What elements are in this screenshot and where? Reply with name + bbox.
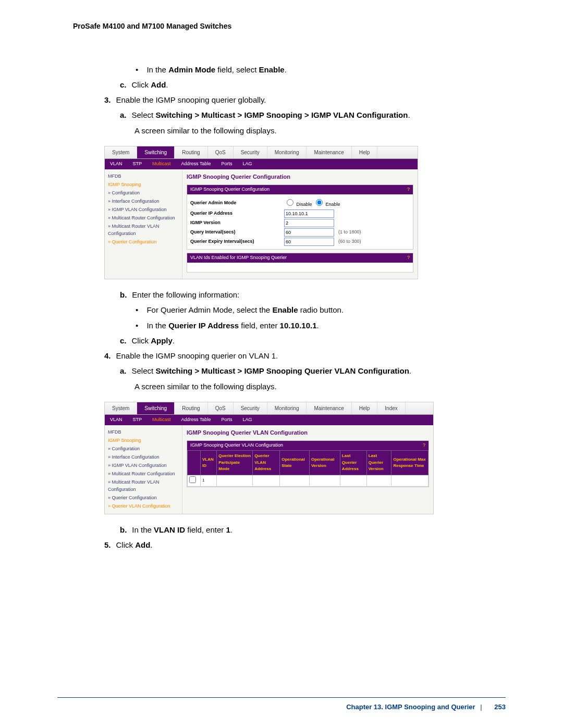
- screenshot-querier-vlan: System Switching Routing QoS Security Mo…: [104, 402, 434, 514]
- footer-chapter: Chapter 13. IGMP Snooping and Querier: [346, 703, 475, 711]
- nav-mrouter-vlan[interactable]: » Multicast Router VLAN Configuration: [107, 223, 180, 238]
- subtab-lag[interactable]: LAG: [237, 159, 257, 169]
- screenshot-querier-config: System Switching Routing QoS Security Mo…: [104, 146, 418, 279]
- col-last-ver: Last Querier Version: [366, 451, 391, 475]
- cell-vlan-id[interactable]: 1: [201, 475, 217, 486]
- bullet-qam: For Querier Admin Mode, select the Enabl…: [136, 304, 506, 316]
- col-op-state: Operational State: [280, 451, 310, 475]
- subtab-addr[interactable]: Address Table: [176, 415, 216, 425]
- tab-index[interactable]: Index: [377, 402, 405, 415]
- subtab-multicast[interactable]: Multicast: [147, 415, 176, 425]
- subtab-lag[interactable]: LAG: [237, 415, 257, 425]
- tab-routing[interactable]: Routing: [175, 146, 207, 159]
- label-expiry: Querier Expiry Interval(secs): [190, 238, 284, 245]
- input-ip[interactable]: [284, 209, 334, 218]
- nav-mrouter-vlan[interactable]: » Multicast Router VLAN Configuration: [107, 478, 180, 494]
- nav-iface[interactable]: » Interface Configuration: [107, 198, 180, 206]
- subtab-stp[interactable]: STP: [128, 159, 148, 169]
- nav-iface[interactable]: » Interface Configuration: [107, 453, 180, 462]
- panel1-title: IGMP Snooping Querier Configuration: [190, 186, 270, 193]
- step-4: 4.Enable the IGMP snooping querier on VL…: [104, 350, 506, 362]
- tab-help[interactable]: Help: [352, 146, 378, 159]
- step-5: 5.Click Add.: [104, 539, 506, 551]
- col-election: Querier Election Participate Mode: [217, 451, 253, 475]
- nav-igmp-vlan[interactable]: » IGMP VLAN Configuration: [107, 206, 180, 214]
- bullet-qip: In the Querier IP Address field, enter 1…: [136, 319, 506, 331]
- input-interval[interactable]: [284, 228, 334, 237]
- step-4a-after: A screen similar to the following displa…: [134, 380, 506, 392]
- hint-expiry: (60 to 300): [338, 238, 361, 245]
- subtab-multicast[interactable]: Multicast: [147, 159, 176, 169]
- nav-config[interactable]: » Configuration: [107, 445, 180, 453]
- help-icon[interactable]: ?: [423, 442, 425, 449]
- page-header: ProSafe M4100 and M7100 Managed Switches: [73, 21, 506, 32]
- step-3: 3.Enable the IGMP snooping querier globa…: [104, 94, 506, 106]
- input-expiry[interactable]: [284, 238, 334, 246]
- subtab-ports[interactable]: Ports: [216, 415, 237, 425]
- nav-config[interactable]: » Configuration: [107, 189, 180, 198]
- nav-querier[interactable]: » Querier Configuration: [107, 238, 180, 246]
- nav-mfdb[interactable]: MFDB: [107, 172, 180, 181]
- help-icon[interactable]: ?: [407, 186, 410, 193]
- nav-mrouter[interactable]: » Multicast Router Configuration: [107, 214, 180, 223]
- tab-system[interactable]: System: [105, 146, 137, 159]
- panel2-title: VLAN Ids Enabled for IGMP Snooping Queri…: [190, 254, 287, 262]
- subtab-addr[interactable]: Address Table: [176, 159, 216, 169]
- step-4a: a.Select Switching > Multicast > IGMP Sn…: [120, 365, 506, 377]
- col-check: [188, 451, 201, 475]
- nav-mfdb[interactable]: MFDB: [107, 428, 180, 437]
- nav-querier[interactable]: » Querier Configuration: [107, 494, 180, 502]
- tab-qos[interactable]: QoS: [208, 402, 234, 415]
- subtab-ports[interactable]: Ports: [216, 159, 237, 169]
- step-3a-after: A screen similar to the following displa…: [134, 125, 506, 137]
- step-3a: a.Select Switching > Multicast > IGMP Sn…: [120, 109, 506, 121]
- input-version[interactable]: [284, 219, 334, 227]
- label-ip: Querier IP Address: [190, 210, 284, 217]
- label-admin-mode: Querier Admin Mode: [190, 200, 284, 207]
- nav-mrouter[interactable]: » Multicast Router Configuration: [107, 470, 180, 478]
- tab-monitoring[interactable]: Monitoring: [267, 146, 307, 159]
- step-3b: b.Enter the following information:: [120, 289, 506, 301]
- top-tabs: System Switching Routing QoS Security Mo…: [105, 146, 418, 159]
- vlan-table: VLAN ID Querier Election Participate Mod…: [187, 450, 429, 487]
- col-op-ver: Operational Version: [309, 451, 340, 475]
- tab-routing[interactable]: Routing: [175, 402, 207, 415]
- content-title2: IGMP Snooping Querier VLAN Configuration: [187, 428, 429, 437]
- nav-igmp-vlan[interactable]: » IGMP VLAN Configuration: [107, 462, 180, 470]
- col-vlan-id: VLAN ID: [201, 451, 217, 475]
- tab-switching[interactable]: Switching: [137, 402, 175, 415]
- subtabs2: VLAN STP Multicast Address Table Ports L…: [105, 415, 433, 425]
- radio-enable[interactable]: Enable: [313, 198, 340, 208]
- nav-querier-vlan[interactable]: » Querier VLAN Configuration: [107, 502, 180, 511]
- table-row[interactable]: 1: [188, 475, 429, 486]
- subtab-vlan[interactable]: VLAN: [105, 159, 128, 169]
- tab-help[interactable]: Help: [352, 402, 378, 415]
- side-nav2: MFDB IGMP Snooping » Configuration » Int…: [105, 425, 182, 513]
- tab-maintenance[interactable]: Maintenance: [307, 402, 351, 415]
- subtabs: VLAN STP Multicast Address Table Ports L…: [105, 159, 418, 169]
- col-qvlan-addr: Querier VLAN Address: [253, 451, 280, 475]
- label-interval: Query Interval(secs): [190, 229, 284, 236]
- tab-security[interactable]: Security: [234, 146, 267, 159]
- help-icon[interactable]: ?: [407, 254, 410, 262]
- step-3c: c.Click Apply.: [120, 335, 506, 347]
- footer-page: 253: [494, 703, 506, 711]
- tab-system[interactable]: System: [105, 402, 137, 415]
- nav-igmp-snooping[interactable]: IGMP Snooping: [107, 181, 180, 189]
- tab-monitoring[interactable]: Monitoring: [267, 402, 307, 415]
- row-checkbox[interactable]: [189, 476, 196, 483]
- tab-switching[interactable]: Switching: [137, 146, 175, 159]
- cell-election[interactable]: [217, 475, 253, 486]
- content-title: IGMP Snooping Querier Configuration: [187, 172, 413, 181]
- tab-security[interactable]: Security: [234, 402, 267, 415]
- bullet-admin-mode: In the Admin Mode field, select Enable.: [136, 64, 506, 76]
- subtab-stp[interactable]: STP: [128, 415, 148, 425]
- tab-maintenance[interactable]: Maintenance: [307, 146, 351, 159]
- step-4b: b.In the VLAN ID field, enter 1.: [120, 524, 506, 536]
- radio-disable[interactable]: Disable: [284, 198, 312, 208]
- subtab-vlan[interactable]: VLAN: [105, 415, 128, 425]
- tab-qos[interactable]: QoS: [208, 146, 234, 159]
- nav-igmp-snooping[interactable]: IGMP Snooping: [107, 437, 180, 445]
- panel-title2: IGMP Snooping Querier VLAN Configuration: [190, 442, 283, 449]
- hint-interval: (1 to 1800): [338, 229, 361, 236]
